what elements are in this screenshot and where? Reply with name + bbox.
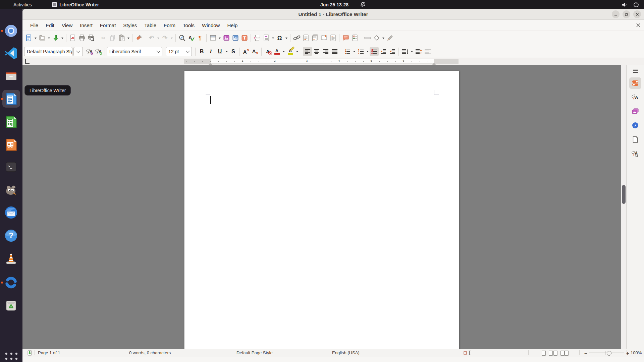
find-replace-button[interactable]: [177, 34, 186, 43]
insert-page-break-button[interactable]: [253, 34, 262, 43]
maximize-button[interactable]: [623, 10, 630, 18]
sidebar-tab-style-inspector[interactable]: A: [629, 148, 641, 159]
copy-button[interactable]: [108, 34, 117, 43]
zoom-out-icon[interactable]: −: [584, 351, 587, 356]
open-dropdown[interactable]: [47, 34, 51, 43]
insert-field-dropdown[interactable]: [271, 34, 275, 43]
save-dropdown[interactable]: [60, 34, 64, 43]
font-size-combobox[interactable]: 12 pt: [166, 47, 192, 56]
special-character-button[interactable]: Ω: [275, 34, 284, 43]
horizontal-ruler[interactable]: 123456: [22, 58, 644, 65]
sidebar-settings-button[interactable]: [629, 67, 641, 75]
insert-horizontal-line-button[interactable]: [363, 34, 372, 43]
undo-button[interactable]: ↶: [147, 34, 156, 43]
align-left-button[interactable]: [303, 47, 312, 56]
paragraph-style-combobox[interactable]: Default Paragraph Styl: [24, 47, 72, 56]
menu-help[interactable]: Help: [223, 21, 241, 29]
font-name-dropdown-icon[interactable]: [156, 49, 160, 53]
clone-formatting-button[interactable]: [134, 34, 143, 43]
new-style-button[interactable]: A: [94, 47, 103, 56]
insert-chart-button[interactable]: [231, 34, 240, 43]
line-spacing-dropdown[interactable]: [410, 47, 414, 56]
libreoffice-writer-icon[interactable]: [4, 92, 18, 106]
font-color-button[interactable]: A: [272, 47, 281, 56]
save-status-icon[interactable]: [27, 350, 32, 356]
software-updater-icon[interactable]: [4, 275, 18, 290]
menu-styles[interactable]: Styles: [119, 21, 141, 29]
bold-button[interactable]: B: [197, 47, 206, 56]
decrease-indent-button[interactable]: [388, 47, 397, 56]
redo-dropdown[interactable]: [169, 34, 174, 43]
chromium-icon[interactable]: [4, 23, 18, 38]
files-icon[interactable]: [4, 69, 18, 83]
zoom-level[interactable]: 100%: [631, 350, 642, 355]
font-name-combobox[interactable]: Liberation Serif: [107, 47, 162, 56]
menu-format[interactable]: Format: [96, 21, 120, 29]
minimize-button[interactable]: [612, 10, 620, 18]
open-button[interactable]: [38, 34, 47, 43]
menu-window[interactable]: Window: [198, 21, 223, 29]
freeform-line-button[interactable]: [385, 34, 394, 43]
spelling-button[interactable]: A: [186, 34, 196, 43]
terminal-icon[interactable]: >_: [4, 160, 18, 174]
scrollbar-thumb[interactable]: [622, 185, 626, 204]
menu-view[interactable]: View: [58, 21, 76, 29]
basic-shapes-dropdown[interactable]: [381, 34, 385, 43]
insert-field-button[interactable]: [262, 34, 271, 43]
close-button[interactable]: [633, 10, 641, 18]
subscript-button[interactable]: AB: [251, 47, 260, 56]
paragraph-style-dropdown[interactable]: [73, 47, 83, 56]
save-button[interactable]: [51, 34, 60, 43]
paste-button[interactable]: [117, 34, 126, 43]
unordered-list-button[interactable]: [343, 47, 352, 56]
focused-app-indicator[interactable]: LibreOffice Writer: [52, 2, 99, 7]
cut-button[interactable]: ✂: [99, 34, 108, 43]
libreoffice-impress-icon[interactable]: [4, 137, 18, 152]
increase-indent-button[interactable]: [379, 47, 388, 56]
print-preview-button[interactable]: [86, 34, 95, 43]
align-center-button[interactable]: [312, 47, 321, 56]
page-style[interactable]: Default Page Style: [236, 350, 273, 355]
unordered-list-dropdown[interactable]: [352, 47, 356, 56]
vscode-icon[interactable]: [4, 46, 18, 61]
clock[interactable]: Jun 25 13:28: [320, 0, 348, 9]
underline-button[interactable]: U: [215, 47, 224, 56]
highlight-color-dropdown[interactable]: [295, 47, 299, 56]
new-document-dropdown[interactable]: [33, 34, 38, 43]
sidebar-tab-properties[interactable]: [629, 77, 641, 89]
new-document-button[interactable]: [24, 34, 33, 43]
insert-cross-reference-button[interactable]: [328, 34, 337, 43]
insert-table-button[interactable]: [208, 34, 217, 43]
font-size-dropdown-icon[interactable]: [186, 49, 190, 53]
document-workspace[interactable]: [22, 65, 621, 349]
sidebar-tab-styles[interactable]: A: [629, 92, 641, 103]
line-spacing-button[interactable]: [400, 47, 410, 56]
menu-file[interactable]: File: [26, 21, 42, 29]
vlc-icon[interactable]: [4, 251, 18, 265]
font-color-dropdown[interactable]: [281, 47, 286, 56]
libreoffice-calc-icon[interactable]: [4, 115, 18, 129]
menu-form[interactable]: Form: [160, 21, 179, 29]
insert-image-button[interactable]: [222, 34, 231, 43]
page-count[interactable]: Page 1 of 1: [38, 350, 60, 355]
update-style-button[interactable]: A: [85, 47, 94, 56]
single-page-view-button[interactable]: [542, 351, 546, 356]
justify-button[interactable]: [330, 47, 339, 56]
zoom-slider-track[interactable]: [589, 353, 624, 353]
close-document-icon[interactable]: [635, 22, 641, 28]
formatting-marks-button[interactable]: ¶: [196, 34, 205, 43]
trash-icon[interactable]: [4, 298, 18, 313]
clear-formatting-button[interactable]: A: [263, 47, 272, 56]
show-applications-button[interactable]: [5, 352, 19, 362]
power-icon[interactable]: [633, 1, 639, 8]
strikethrough-button[interactable]: S: [229, 47, 238, 56]
menu-insert[interactable]: Insert: [76, 21, 96, 29]
insert-comment-button[interactable]: [341, 34, 350, 43]
sidebar-tab-page[interactable]: [629, 134, 641, 145]
no-list-button[interactable]: [370, 47, 379, 56]
decrease-paragraph-spacing-button[interactable]: [423, 47, 432, 56]
paragraph-spacing-button[interactable]: [414, 47, 423, 56]
highlight-color-button[interactable]: A: [286, 47, 295, 56]
help-icon[interactable]: ?: [4, 228, 18, 243]
superscript-button[interactable]: AB: [241, 47, 251, 56]
